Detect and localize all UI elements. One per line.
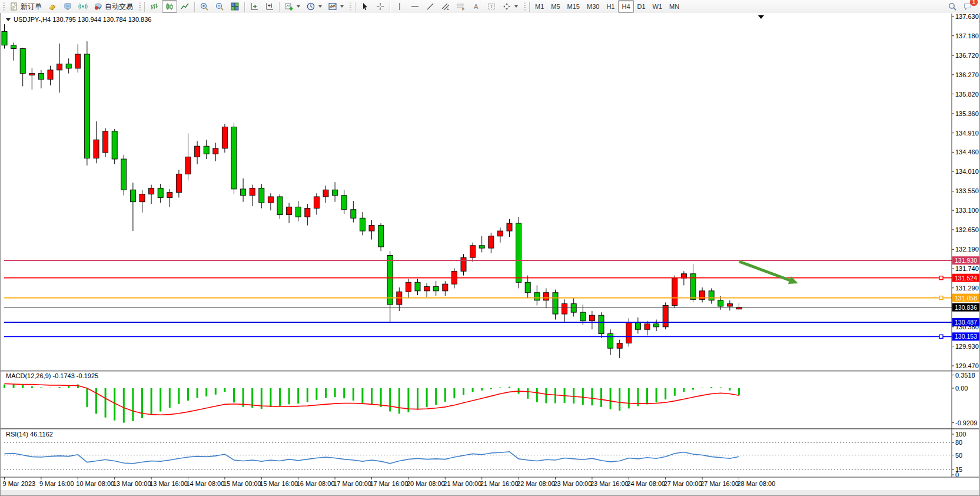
tile-windows-button[interactable] bbox=[227, 0, 242, 13]
line-chart-button[interactable] bbox=[177, 0, 192, 13]
collapse-chart-icon[interactable] bbox=[6, 18, 11, 21]
hline-handle[interactable] bbox=[939, 335, 943, 338]
timeframe-w1-button[interactable]: W1 bbox=[649, 0, 666, 13]
price-axis-tick-label: 134.460 bbox=[955, 148, 979, 156]
chart-shift-button[interactable] bbox=[262, 0, 277, 13]
fibonacci-icon: F bbox=[456, 2, 466, 11]
arrows-button[interactable] bbox=[499, 0, 521, 13]
zoom-in-button[interactable] bbox=[197, 0, 212, 13]
vertical-line-icon bbox=[395, 2, 404, 11]
candle-body bbox=[2, 31, 7, 45]
cursor-button[interactable] bbox=[357, 0, 373, 13]
mt4-trading-app: { "toolbar": { "new_order_label": "新订单",… bbox=[0, 0, 980, 496]
date-label: 23 Mar 16:00 bbox=[590, 480, 629, 487]
candle-body bbox=[369, 226, 374, 231]
text-button[interactable]: A bbox=[469, 0, 484, 13]
timeframe-m5-button[interactable]: M5 bbox=[547, 0, 563, 13]
search-button[interactable] bbox=[945, 0, 960, 13]
zoom-out-icon bbox=[215, 2, 224, 11]
horizontal-line-button[interactable] bbox=[407, 0, 423, 13]
candle-body bbox=[461, 257, 466, 271]
toolbar-separator bbox=[390, 2, 390, 12]
toolbar-grip[interactable] bbox=[3, 2, 5, 11]
chart-title-text: USDJPY-,H4 130.795 130.944 130.784 130.8… bbox=[14, 16, 151, 23]
candle-body bbox=[424, 287, 430, 291]
timeframe-m15-button[interactable]: M15 bbox=[564, 0, 583, 13]
candle-body bbox=[406, 282, 411, 292]
timeframe-h4-button[interactable]: H4 bbox=[618, 0, 633, 13]
periods-button[interactable] bbox=[303, 0, 325, 13]
dropdown-caret-icon bbox=[514, 5, 518, 8]
text-label-button[interactable]: T bbox=[484, 0, 499, 13]
candle-body bbox=[589, 315, 594, 320]
candle-body bbox=[250, 188, 255, 195]
hline-handle[interactable] bbox=[939, 276, 943, 280]
date-label: 15 Mar 00:00 bbox=[223, 480, 261, 487]
trendline-button[interactable] bbox=[423, 0, 438, 13]
price-level-badge-label: 131.524 bbox=[955, 275, 977, 282]
price-level-badge-label: 130.153 bbox=[955, 333, 977, 340]
chart-canvas[interactable]: 137.630137.180136.720136.270135.820135.3… bbox=[0, 13, 980, 496]
timeframe-d1-button[interactable]: D1 bbox=[634, 0, 649, 13]
date-label: 17 Mar 16:00 bbox=[370, 480, 408, 487]
price-axis-tick-label: 129.930 bbox=[955, 343, 979, 350]
candle-body bbox=[149, 188, 154, 194]
candle-body bbox=[470, 246, 476, 257]
dropdown-caret-icon bbox=[297, 5, 300, 8]
timeframe-m30-button[interactable]: M30 bbox=[583, 0, 603, 13]
indicators-button[interactable] bbox=[281, 0, 303, 13]
candle-body bbox=[222, 127, 227, 148]
equidistant-channel-button[interactable]: E bbox=[438, 0, 453, 13]
timeframe-mn-button[interactable]: MN bbox=[666, 0, 683, 13]
candle-body bbox=[158, 188, 163, 197]
price-axis-tick-label: 136.720 bbox=[955, 52, 979, 59]
auto-scroll-icon bbox=[250, 2, 259, 11]
candle-body bbox=[333, 190, 338, 195]
date-label: 15 Mar 16:00 bbox=[260, 480, 298, 487]
timeframe-m1-button[interactable]: M1 bbox=[531, 0, 547, 13]
date-label: 14 Mar 08:00 bbox=[187, 480, 225, 487]
auto-scroll-button[interactable] bbox=[247, 0, 262, 13]
toolbar-grip[interactable] bbox=[350, 2, 351, 11]
toolbar-grip[interactable] bbox=[139, 2, 141, 11]
candle-body bbox=[195, 146, 200, 157]
book-icon bbox=[48, 2, 57, 11]
date-label: 9 Mar 2023 bbox=[3, 480, 36, 487]
history-center-button[interactable] bbox=[45, 0, 60, 13]
crosshair-button[interactable] bbox=[373, 0, 388, 13]
date-label: 21 Mar 00:00 bbox=[443, 480, 481, 487]
macd-name: MACD(12,26,9) bbox=[6, 372, 51, 379]
candle-body bbox=[497, 231, 503, 236]
candle-body bbox=[11, 45, 16, 49]
macd-axis-label: -0.9209 bbox=[955, 419, 977, 426]
toolbar-separator bbox=[529, 2, 530, 12]
equidistant-channel-icon: E bbox=[441, 2, 450, 11]
candle-body bbox=[75, 54, 81, 68]
candle-body bbox=[204, 146, 209, 154]
chart-shift-icon bbox=[265, 2, 274, 11]
zoom-out-button[interactable] bbox=[212, 0, 227, 13]
new-order-button[interactable]: 新订单 bbox=[6, 0, 45, 13]
price-level-badge-label: 130.487 bbox=[955, 319, 977, 326]
toolbar-grip[interactable] bbox=[524, 2, 526, 11]
candle-body bbox=[351, 210, 356, 219]
macd-signal-value: -0.1925 bbox=[77, 372, 98, 379]
date-label: 13 Mar 00:00 bbox=[113, 480, 151, 487]
fibonacci-button[interactable]: F bbox=[453, 0, 469, 13]
macd-indicator-label: MACD(12,26,9) -0.1743 -0.1925 bbox=[6, 372, 98, 379]
bar-chart-button[interactable] bbox=[147, 0, 162, 13]
signals-button[interactable] bbox=[75, 0, 91, 13]
text-label-icon: T bbox=[487, 2, 496, 11]
notifications-button[interactable]: 1 bbox=[960, 0, 975, 13]
vertical-line-button[interactable] bbox=[392, 0, 407, 13]
candlestick-chart-button[interactable] bbox=[162, 0, 177, 13]
hline-handle[interactable] bbox=[939, 296, 943, 300]
new-order-icon bbox=[9, 2, 19, 11]
algo-trading-button[interactable]: 自动交易 bbox=[91, 0, 136, 13]
virtual-hosting-button[interactable] bbox=[60, 0, 75, 13]
rsi-indicator-label: RSI(14) 46.1162 bbox=[6, 431, 53, 438]
price-axis-tick-label: 137.630 bbox=[955, 13, 979, 20]
timeframe-h1-button[interactable]: H1 bbox=[603, 0, 618, 13]
rsi-value: 46.1162 bbox=[30, 431, 53, 438]
templates-button[interactable] bbox=[325, 0, 347, 13]
